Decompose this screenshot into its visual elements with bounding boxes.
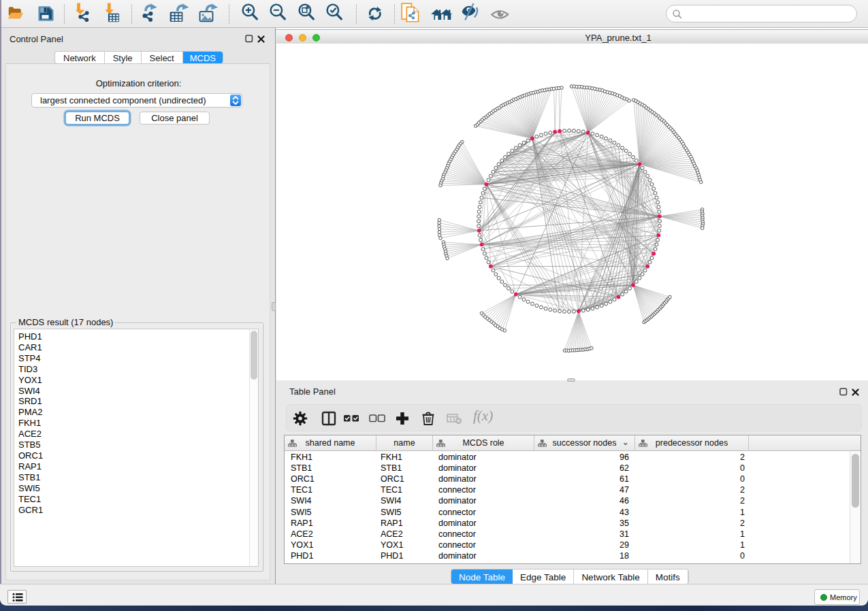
svg-text:f(x): f(x) [473,408,493,424]
